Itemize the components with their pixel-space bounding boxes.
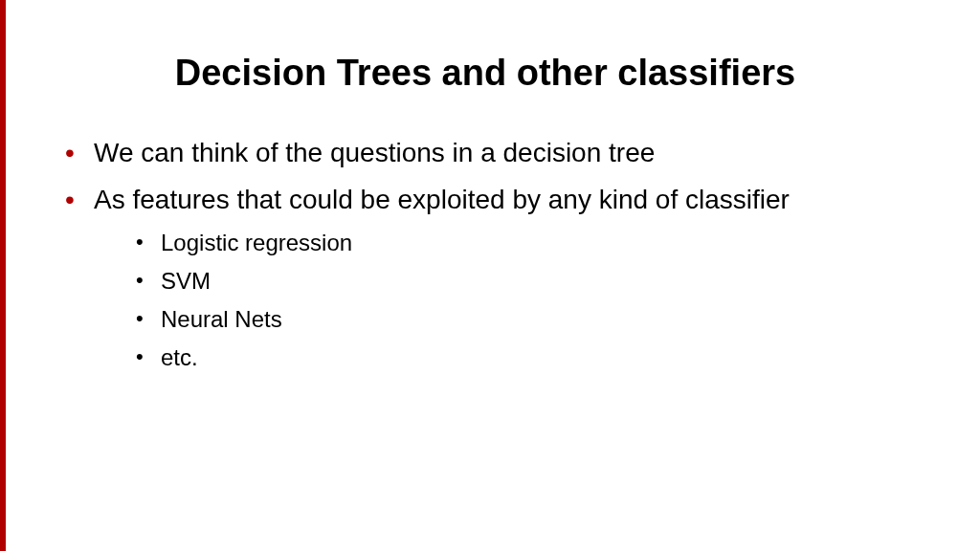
main-bullet-item: We can think of the questions in a decis… [59,134,923,171]
sub-bullet-item: Logistic regression [94,226,923,260]
sub-bullet-item: etc. [94,341,923,375]
main-bullet-item: As features that could be exploited by a… [59,181,923,375]
sub-bullet-text: Neural Nets [161,306,282,332]
sub-bullet-text: etc. [161,344,198,370]
sub-bullet-text: SVM [161,268,211,294]
sub-bullet-text: Logistic regression [161,230,352,255]
sub-bullet-list: Logistic regression SVM Neural Nets etc. [94,226,923,375]
sub-bullet-item: SVM [94,264,923,298]
bullet-text: We can think of the questions in a decis… [94,138,655,167]
slide-title: Decision Trees and other classifiers [48,53,923,94]
slide-content: Decision Trees and other classifiers We … [0,0,980,423]
bullet-text: As features that could be exploited by a… [94,185,790,214]
accent-bar [0,0,6,551]
main-bullet-list: We can think of the questions in a decis… [48,134,923,375]
sub-bullet-item: Neural Nets [94,302,923,337]
